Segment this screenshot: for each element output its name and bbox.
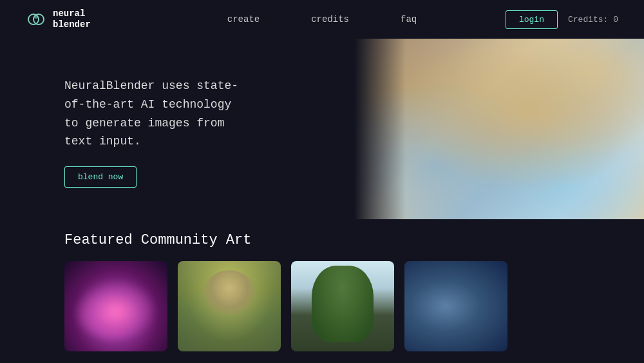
hero-section: NeuralBlender uses state-of-the-art AI t… — [0, 39, 644, 219]
art-card-3[interactable] — [291, 261, 394, 351]
nav-link-credits[interactable]: credits — [311, 14, 349, 25]
nav-link-faq[interactable]: faq — [401, 14, 417, 25]
nav-links: create credits faq — [227, 14, 417, 25]
login-button[interactable]: login — [506, 10, 558, 29]
logo-icon — [26, 9, 46, 30]
art-card-1[interactable] — [64, 261, 167, 351]
featured-title: Featured Community Art — [64, 232, 618, 248]
logo[interactable]: neural blender — [26, 8, 91, 30]
hero-text-block: NeuralBlender uses state-of-the-art AI t… — [0, 39, 270, 219]
hero-image — [354, 39, 644, 219]
navbar: neural blender create credits faq login … — [0, 0, 644, 39]
hero-artwork — [354, 39, 644, 219]
art-card-4[interactable] — [404, 261, 507, 351]
blend-now-button[interactable]: blend now — [64, 166, 137, 188]
credits-display: Credits: 0 — [568, 15, 618, 25]
logo-text: neural blender — [53, 8, 91, 30]
art-grid — [64, 261, 618, 351]
hero-description: NeuralBlender uses state-of-the-art AI t… — [64, 77, 245, 151]
nav-right: login Credits: 0 — [506, 10, 618, 29]
art-card-2[interactable] — [178, 261, 281, 351]
nav-link-create[interactable]: create — [227, 14, 260, 25]
featured-section: Featured Community Art — [0, 219, 644, 363]
